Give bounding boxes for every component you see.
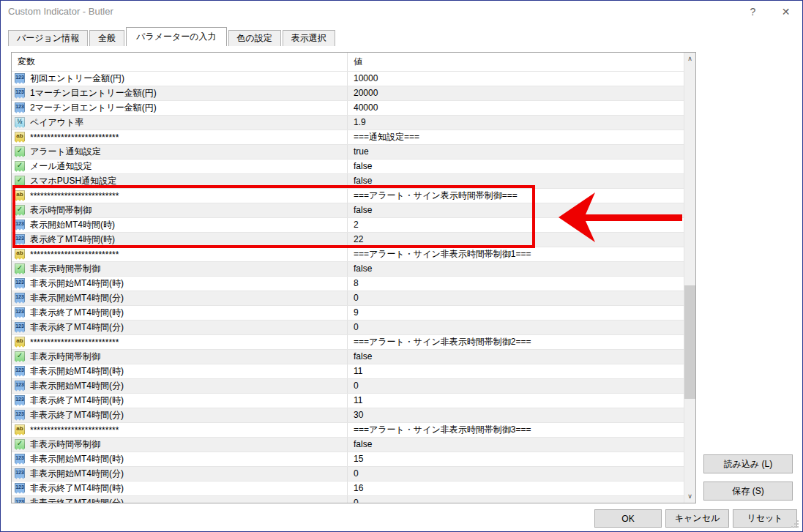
param-value[interactable]: 1.9 [347, 116, 684, 130]
param-value[interactable]: 30 [347, 408, 684, 422]
param-value[interactable]: 0 [347, 291, 684, 305]
param-value[interactable]: 2 [347, 218, 684, 232]
string-param-icon: ab [15, 249, 25, 260]
tab-visualization[interactable]: 表示選択 [283, 30, 335, 46]
tab-parameters-input[interactable]: パラメーターの入力 [126, 27, 226, 46]
table-row[interactable]: 123 非表示開始MT4時間(分) 0 [12, 291, 684, 306]
table-row[interactable]: ab ************************** ===通知設定=== [12, 130, 684, 145]
table-row[interactable]: 123 非表示開始MT4時間(分) 0 [12, 467, 684, 482]
resize-grip[interactable] [797, 520, 799, 522]
param-value[interactable]: ===アラート・サイン非表示時間帯制御2=== [347, 335, 684, 349]
param-value[interactable]: false [347, 350, 684, 364]
tab-common[interactable]: 全般 [89, 30, 124, 46]
param-name: 非表示時間帯制御 [30, 351, 100, 363]
tab-version-info[interactable]: バージョン情報 [8, 30, 88, 46]
string-param-icon: ab [15, 190, 25, 201]
load-button[interactable]: 読み込み (L) [703, 454, 793, 473]
table-row[interactable]: ab ************************** ===アラート・サイ… [12, 189, 684, 203]
param-value[interactable]: 11 [347, 394, 684, 408]
table-row[interactable]: ✓ 表示時間帯制御 false [12, 203, 684, 218]
param-name: 表示開始MT4時間(時) [30, 219, 115, 231]
param-value[interactable]: false [347, 438, 684, 452]
table-row[interactable]: ab ************************** ===アラート・サイ… [12, 335, 684, 350]
save-button[interactable]: 保存 (S) [703, 482, 793, 501]
param-value[interactable]: true [347, 145, 684, 159]
param-value[interactable]: false [347, 262, 684, 276]
param-value[interactable]: 0 [347, 496, 684, 503]
param-value[interactable]: 16 [347, 482, 684, 495]
param-rows: 123 初回エントリー金額(円) 10000 123 1マーチン目エントリー金額… [12, 72, 684, 503]
param-value[interactable]: ===アラート・サイン非表示時間帯制御3=== [347, 423, 684, 437]
scroll-up-icon[interactable]: ∧ [684, 53, 695, 65]
int-param-icon: 123 [15, 293, 25, 304]
param-name: 非表示開始MT4時間(分) [30, 468, 124, 480]
table-row[interactable]: 123 初回エントリー金額(円) 10000 [12, 72, 684, 86]
table-row[interactable]: 123 表示終了MT4時間(時) 22 [12, 233, 684, 247]
table-row[interactable]: ✓ アラート通知設定 true [12, 145, 684, 160]
param-value[interactable]: 15 [347, 452, 684, 466]
param-value[interactable]: 20000 [347, 86, 684, 100]
param-value[interactable]: 0 [347, 321, 684, 334]
param-name: 非表示開始MT4時間(分) [30, 292, 124, 304]
title-bar: Custom Indicator - Butler ? ✕ [1, 1, 802, 23]
table-row[interactable]: 123 非表示開始MT4時間(分) 0 [12, 379, 684, 394]
bool-param-icon: ✓ [15, 439, 25, 450]
table-header: 変数 値 [12, 53, 684, 72]
param-value[interactable]: 9 [347, 306, 684, 320]
table-row[interactable]: ab ************************** ===アラート・サイ… [12, 423, 684, 438]
table-row[interactable]: 123 非表示終了MT4時間(分) 30 [12, 408, 684, 423]
table-row[interactable]: ½ ペイアウト率 1.9 [12, 116, 684, 130]
param-value[interactable]: ===アラート・サイン非表示時間帯制御1=== [347, 247, 684, 261]
table-row[interactable]: 123 非表示開始MT4時間(時) 11 [12, 364, 684, 379]
table-row[interactable]: 123 非表示開始MT4時間(時) 8 [12, 277, 684, 291]
help-button[interactable]: ? [736, 1, 769, 23]
param-name: 表示時間帯制御 [30, 204, 91, 217]
param-value[interactable]: 0 [347, 467, 684, 481]
table-row[interactable]: 123 非表示終了MT4時間(分) 0 [12, 321, 684, 335]
bool-param-icon: ✓ [15, 263, 25, 274]
int-param-icon: 123 [15, 73, 25, 84]
table-row[interactable]: ✓ 非表示時間帯制御 false [12, 350, 684, 364]
bool-param-icon: ✓ [15, 351, 25, 362]
table-row[interactable]: ✓ 非表示時間帯制御 false [12, 262, 684, 277]
ok-button[interactable]: OK [594, 509, 662, 528]
vertical-scrollbar[interactable]: ∧ ∨ [684, 53, 695, 503]
table-row[interactable]: 123 非表示終了MT4時間(時) 11 [12, 394, 684, 408]
param-value[interactable]: ===通知設定=== [347, 130, 684, 144]
param-value[interactable]: 22 [347, 233, 684, 247]
int-param-icon: 123 [15, 381, 25, 391]
param-value[interactable]: 8 [347, 277, 684, 291]
table-row[interactable]: 123 非表示終了MT4時間(分) 0 [12, 496, 684, 503]
param-name: 非表示開始MT4時間(分) [30, 380, 124, 392]
tab-bar: バージョン情報 全般 パラメーターの入力 色の設定 表示選択 [8, 27, 337, 46]
scrollbar-thumb[interactable] [684, 285, 695, 399]
param-value[interactable]: 11 [347, 364, 684, 378]
param-value[interactable]: 10000 [347, 72, 684, 86]
table-row[interactable]: 123 2マーチン目エントリー金額(円) 40000 [12, 101, 684, 116]
table-row[interactable]: 123 表示開始MT4時間(時) 2 [12, 218, 684, 233]
table-row[interactable]: ✓ スマホPUSH通知設定 false [12, 174, 684, 189]
table-row[interactable]: ✓ メール通知設定 false [12, 160, 684, 174]
param-value[interactable]: false [347, 160, 684, 173]
param-name: ************************** [30, 337, 119, 348]
string-param-icon: ab [15, 337, 25, 348]
cancel-button[interactable]: キャンセル [665, 509, 729, 528]
close-icon[interactable]: ✕ [769, 1, 802, 23]
int-param-icon: 123 [15, 410, 25, 421]
param-name: メール通知設定 [30, 160, 92, 173]
param-value[interactable]: ===アラート・サイン表示時間帯制御=== [347, 189, 684, 203]
param-value[interactable]: false [347, 203, 684, 217]
table-row[interactable]: 123 非表示開始MT4時間(時) 15 [12, 452, 684, 467]
scroll-down-icon[interactable]: ∨ [684, 490, 695, 503]
param-value[interactable]: 40000 [347, 101, 684, 115]
param-value[interactable]: false [347, 174, 684, 188]
table-row[interactable]: 123 1マーチン目エントリー金額(円) 20000 [12, 86, 684, 101]
reset-button[interactable]: リセット [733, 509, 797, 528]
tab-colors[interactable]: 色の設定 [228, 30, 281, 46]
table-row[interactable]: 123 非表示終了MT4時間(時) 16 [12, 482, 684, 496]
table-row[interactable]: ✓ 非表示時間帯制御 false [12, 438, 684, 452]
table-row[interactable]: ab ************************** ===アラート・サイ… [12, 247, 684, 262]
param-value[interactable]: 0 [347, 379, 684, 393]
param-name: 初回エントリー金額(円) [30, 72, 124, 85]
table-row[interactable]: 123 非表示終了MT4時間(時) 9 [12, 306, 684, 321]
